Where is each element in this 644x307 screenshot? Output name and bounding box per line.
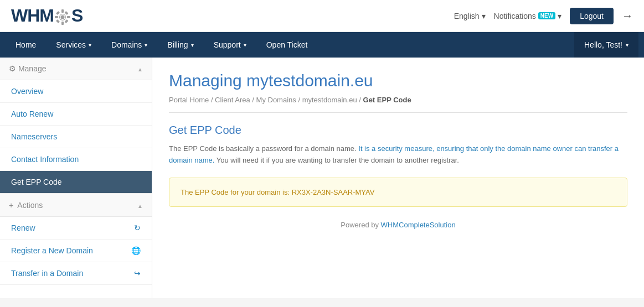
svg-rect-1	[61, 9, 64, 13]
user-greeting[interactable]: Hello, Test!	[574, 32, 638, 58]
breadcrumb: Portal Home / Client Area / My Domains /…	[169, 96, 627, 113]
content-area: Managing mytestdomain.eu Portal Home / C…	[152, 58, 644, 298]
actions-label: + Actions	[9, 201, 43, 210]
breadcrumb-my-domains[interactable]: My Domains	[256, 96, 296, 104]
sidebar-item-auto-renew[interactable]: Auto Renew	[0, 103, 152, 126]
logo-gear-icon	[54, 9, 71, 25]
svg-rect-5	[56, 11, 60, 15]
svg-point-10	[60, 15, 64, 19]
nav-open-ticket[interactable]: Open Ticket	[256, 32, 318, 58]
section-description: The EPP Code is basically a password for…	[169, 143, 627, 166]
sidebar-manage-header: ⚙ Manage	[0, 58, 152, 80]
header-right: English ▾ Notifications NEW ▾ Logout →	[454, 8, 633, 24]
breadcrumb-portal-home[interactable]: Portal Home	[169, 96, 209, 104]
sidebar-item-register-domain[interactable]: Register a New Domain 🌐	[0, 240, 152, 262]
header: WHM S English ▾ N	[0, 0, 644, 32]
svg-rect-3	[55, 16, 58, 18]
epp-code-label: The EPP Code for your domain is:	[181, 188, 290, 196]
notifications-button[interactable]: Notifications NEW ▾	[494, 12, 562, 20]
collapse-actions-icon[interactable]	[137, 201, 143, 210]
sidebar-item-get-epp-code[interactable]: Get EPP Code	[0, 171, 152, 194]
notifications-badge: NEW	[538, 12, 555, 19]
powered-by-text: Powered by	[341, 221, 379, 229]
desc-part3: You will need it if you are wanting to t…	[217, 156, 459, 164]
nav-domains[interactable]: Domains	[101, 32, 157, 58]
sidebar-item-nameservers[interactable]: Nameservers	[0, 126, 152, 148]
desc-part1: The EPP Code is basically a password for…	[169, 144, 357, 153]
sidebar-actions-header: + Actions	[0, 194, 152, 217]
logout-button[interactable]: Logout	[570, 8, 614, 24]
logo: WHM S	[11, 6, 83, 26]
logo-text: WHM S	[11, 6, 83, 26]
svg-rect-8	[64, 19, 68, 23]
powered-by-link[interactable]: WHMCompleteSolution	[381, 221, 456, 229]
notifications-label: Notifications	[494, 12, 536, 20]
sidebar-item-overview[interactable]: Overview	[0, 80, 152, 103]
svg-rect-6	[64, 11, 68, 15]
sidebar-item-renew[interactable]: Renew ↻	[0, 217, 152, 240]
powered-by: Powered by WHMCompleteSolution	[169, 221, 627, 229]
sidebar: ⚙ Manage Overview Auto Renew Nameservers…	[0, 58, 152, 298]
navbar: Home Services Domains Billing Support Op…	[0, 32, 644, 58]
svg-rect-2	[61, 22, 64, 25]
epp-code-box: The EPP Code for your domain is: RX3X-2A…	[169, 178, 627, 207]
language-label: English	[454, 12, 480, 20]
chevron-down-icon: ▾	[482, 12, 486, 20]
epp-code-value: RX3X-2A3N-SAAR-MYAV	[292, 188, 375, 196]
nav-home[interactable]: Home	[6, 32, 46, 58]
breadcrumb-current: Get EPP Code	[363, 96, 411, 104]
nav-services[interactable]: Services	[46, 32, 101, 58]
nav-billing[interactable]: Billing	[157, 32, 203, 58]
exit-icon[interactable]: →	[622, 9, 633, 22]
breadcrumb-client-area[interactable]: Client Area	[215, 96, 250, 104]
plus-icon: +	[9, 201, 13, 210]
globe-icon: 🌐	[131, 246, 141, 255]
sidebar-item-contact-information[interactable]: Contact Information	[0, 148, 152, 171]
language-selector[interactable]: English ▾	[454, 12, 486, 20]
svg-rect-4	[67, 16, 70, 18]
chevron-down-icon: ▾	[558, 12, 561, 20]
transfer-icon: ↪	[134, 269, 141, 278]
gear-icon: ⚙	[9, 64, 16, 73]
sidebar-item-transfer-domain[interactable]: Transfer in a Domain ↪	[0, 262, 152, 285]
renew-icon: ↻	[134, 223, 141, 232]
svg-rect-7	[56, 19, 60, 23]
collapse-manage-icon[interactable]	[137, 64, 143, 73]
main-layout: ⚙ Manage Overview Auto Renew Nameservers…	[0, 58, 644, 298]
breadcrumb-domain[interactable]: mytestdomain.eu	[302, 96, 357, 104]
section-title: Get EPP Code	[169, 124, 627, 137]
page-title: Managing mytestdomain.eu	[169, 71, 627, 90]
manage-label: ⚙ Manage	[9, 64, 46, 73]
nav-support[interactable]: Support	[204, 32, 256, 58]
